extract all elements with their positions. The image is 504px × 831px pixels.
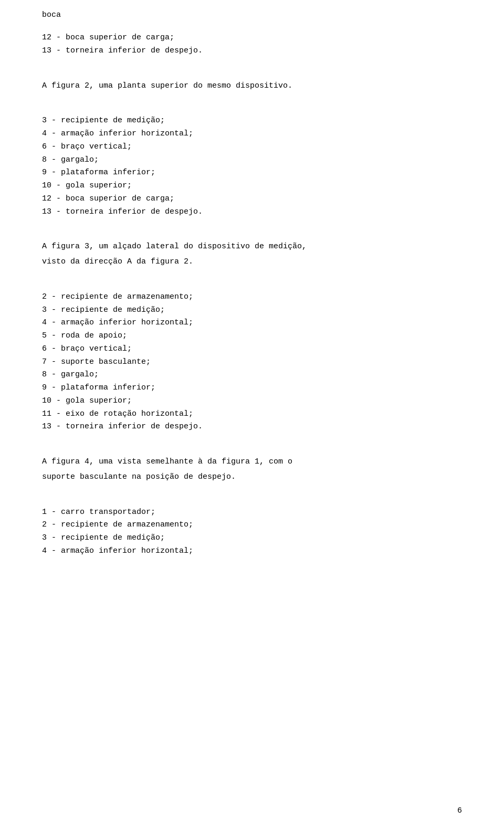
fig4-title-block: A figura 4, uma vista semelhante à da fi… xyxy=(42,456,462,484)
fig2-item-3: 8 - gargalo; xyxy=(42,154,462,167)
fig2-item-1: 4 - armação inferior horizontal; xyxy=(42,128,462,141)
fig2-item-6: 12 - boca superior de carga; xyxy=(42,193,462,206)
fig3-item-1: 3 - recipiente de medição; xyxy=(42,304,462,317)
header-bar: boca xyxy=(42,10,462,26)
fig2-item-5: 10 - gola superior; xyxy=(42,180,462,193)
fig3-item-9: 11 - eixo de rotação horizontal; xyxy=(42,408,462,421)
fig2-title: A figura 2, uma planta superior do mesmo… xyxy=(42,80,462,93)
fig3-item-4: 6 - braço vertical; xyxy=(42,343,462,356)
spacer-5 xyxy=(42,446,462,456)
fig3-item-7: 9 - plataforma inferior; xyxy=(42,382,462,395)
page-number: 6 xyxy=(457,806,462,815)
fig4-title-line1: A figura 4, uma vista semelhante à da fi… xyxy=(42,456,462,469)
line-torneira-inferior-1: 13 - torneira inferior de despejo. xyxy=(42,45,462,58)
fig3-title-line1: A figura 3, um alçado lateral do disposi… xyxy=(42,240,462,254)
fig2-items-block: 3 - recipiente de medição; 4 - armação i… xyxy=(42,114,462,218)
fig3-item-0: 2 - recipiente de armazenamento; xyxy=(42,291,462,304)
fig3-item-6: 8 - gargalo; xyxy=(42,369,462,382)
fig3-title-block: A figura 3, um alçado lateral do disposi… xyxy=(42,240,462,269)
fig4-item-0: 1 - carro transportador; xyxy=(42,506,462,519)
page: boca 12 - boca superior de carga; 13 - t… xyxy=(0,0,504,831)
spacer-2 xyxy=(42,105,462,114)
fig3-item-10: 13 - torneira inferior de despejo. xyxy=(42,420,462,434)
fig3-title-line2: visto da direcção A da figura 2. xyxy=(42,256,462,269)
spacer-1 xyxy=(42,70,462,80)
fig4-items-block: 1 - carro transportador; 2 - recipiente … xyxy=(42,506,462,558)
fig2-item-7: 13 - torneira inferior de despejo. xyxy=(42,206,462,219)
fig4-item-2: 3 - recipiente de medição; xyxy=(42,532,462,545)
spacer-6 xyxy=(42,497,462,506)
fig4-item-1: 2 - recipiente de armazenamento; xyxy=(42,519,462,532)
header-word: boca xyxy=(42,10,61,19)
fig3-items-block: 2 - recipiente de armazenamento; 3 - rec… xyxy=(42,291,462,434)
fig3-item-2: 4 - armação inferior horizontal; xyxy=(42,317,462,330)
fig3-item-8: 10 - gola superior; xyxy=(42,395,462,408)
line-boca-superior: 12 - boca superior de carga; xyxy=(42,31,462,45)
intro-lines: 12 - boca superior de carga; 13 - tornei… xyxy=(42,31,462,58)
fig3-item-3: 5 - roda de apoio; xyxy=(42,330,462,343)
fig4-title-line2: suporte basculante na posição de despejo… xyxy=(42,471,462,484)
fig2-title-block: A figura 2, uma planta superior do mesmo… xyxy=(42,80,462,93)
fig4-item-3: 4 - armação inferior horizontal; xyxy=(42,545,462,558)
spacer-4 xyxy=(42,281,462,291)
fig2-item-0: 3 - recipiente de medição; xyxy=(42,114,462,128)
spacer-3 xyxy=(42,231,462,240)
fig2-item-2: 6 - braço vertical; xyxy=(42,141,462,154)
fig2-item-4: 9 - plataforma inferior; xyxy=(42,166,462,180)
fig3-item-5: 7 - suporte basculante; xyxy=(42,356,462,369)
